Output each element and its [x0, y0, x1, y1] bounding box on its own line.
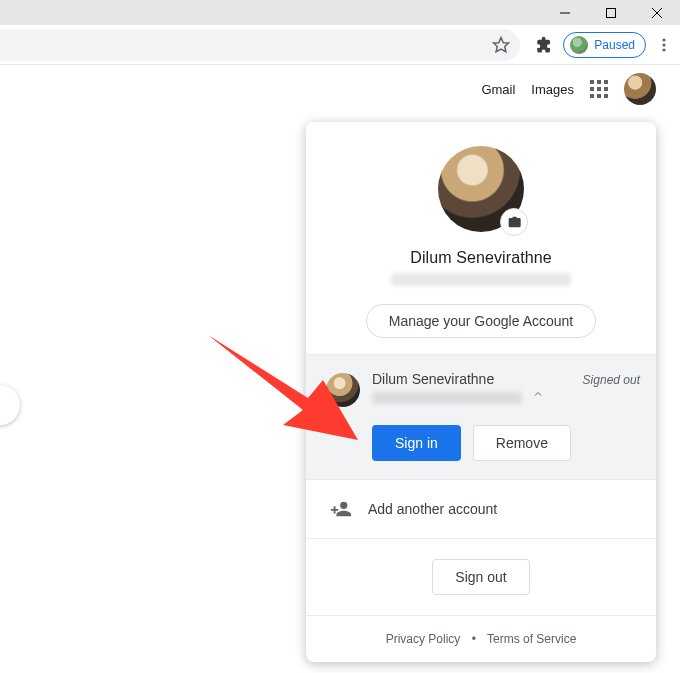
maximize-icon	[605, 7, 617, 19]
window-close-button[interactable]	[634, 0, 680, 25]
other-account-avatar	[326, 373, 360, 407]
apps-grid-icon	[590, 80, 608, 98]
other-account-status: Signed out	[583, 371, 640, 387]
svg-rect-1	[607, 8, 616, 17]
sign-out-section: Sign out	[306, 539, 656, 616]
profile-mini-avatar-icon	[570, 36, 588, 54]
sign-in-button[interactable]: Sign in	[372, 425, 461, 461]
account-popup: Dilum Senevirathne Manage your Google Ac…	[306, 122, 656, 662]
address-bar[interactable]	[0, 29, 520, 61]
sign-out-button[interactable]: Sign out	[432, 559, 529, 595]
account-popup-footer: Privacy Policy • Terms of Service	[306, 616, 656, 662]
google-apps-button[interactable]	[590, 80, 608, 98]
svg-rect-9	[597, 80, 601, 84]
add-account-label: Add another account	[368, 501, 497, 517]
account-email-redacted	[391, 273, 571, 286]
window-controls	[542, 0, 680, 25]
chevron-up-icon	[532, 388, 544, 400]
paused-label: Paused	[594, 38, 635, 52]
profile-paused-chip[interactable]: Paused	[563, 32, 646, 58]
account-avatar-button[interactable]	[624, 73, 656, 105]
other-account-section: Dilum Senevirathne Signed out Sign in Re…	[306, 355, 656, 480]
window-titlebar	[0, 0, 680, 25]
svg-rect-10	[604, 80, 608, 84]
svg-rect-14	[590, 94, 594, 98]
svg-rect-11	[590, 87, 594, 91]
svg-rect-16	[604, 94, 608, 98]
svg-rect-13	[604, 87, 608, 91]
svg-rect-12	[597, 87, 601, 91]
star-icon[interactable]	[492, 36, 510, 54]
browser-menu-icon[interactable]	[656, 37, 672, 53]
close-icon	[651, 7, 663, 19]
add-account-button[interactable]: Add another account	[306, 480, 656, 539]
collapse-account-button[interactable]	[532, 388, 544, 403]
privacy-policy-link[interactable]: Privacy Policy	[386, 632, 461, 646]
remove-account-button[interactable]: Remove	[473, 425, 571, 461]
images-link[interactable]: Images	[531, 82, 574, 97]
browser-toolbar: Paused	[0, 25, 680, 65]
gmail-link[interactable]: Gmail	[481, 82, 515, 97]
account-popup-header: Dilum Senevirathne Manage your Google Ac…	[306, 122, 656, 355]
svg-point-6	[662, 43, 665, 46]
other-account-name: Dilum Senevirathne	[372, 371, 571, 387]
side-fab[interactable]	[0, 385, 20, 425]
window-minimize-button[interactable]	[542, 0, 588, 25]
camera-icon	[506, 214, 522, 230]
svg-rect-8	[590, 80, 594, 84]
minimize-icon	[559, 7, 571, 19]
terms-of-service-link[interactable]: Terms of Service	[487, 632, 576, 646]
svg-point-5	[662, 38, 665, 41]
account-name: Dilum Senevirathne	[322, 249, 640, 267]
add-user-icon	[330, 498, 352, 520]
window-maximize-button[interactable]	[588, 0, 634, 25]
footer-separator: •	[472, 632, 476, 646]
svg-point-7	[662, 48, 665, 51]
manage-account-button[interactable]: Manage your Google Account	[366, 304, 596, 338]
extensions-icon[interactable]	[535, 36, 553, 54]
svg-marker-4	[494, 38, 509, 52]
other-account-email-redacted	[372, 392, 522, 404]
svg-rect-15	[597, 94, 601, 98]
google-header: Gmail Images	[0, 65, 680, 113]
change-photo-button[interactable]	[500, 208, 528, 236]
